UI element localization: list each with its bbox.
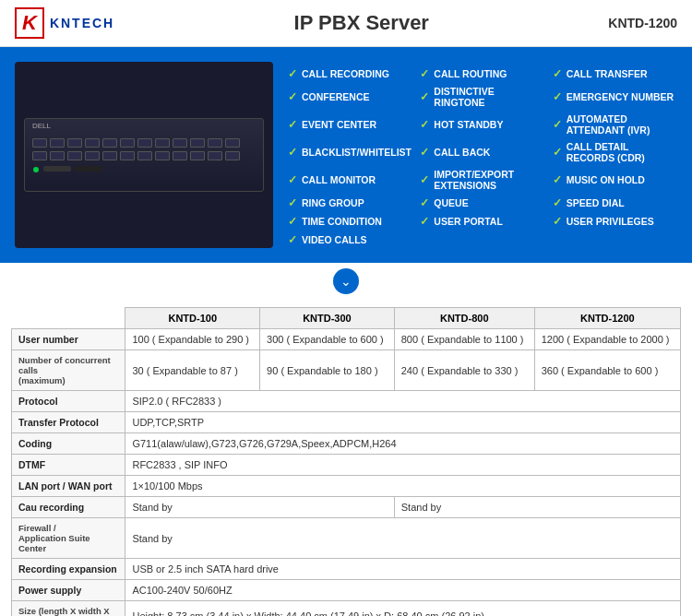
check-icon: ✓ [288, 90, 297, 103]
row-header: Size (length X width X height) [12, 601, 125, 617]
table-row: Number of concurrent calls (maximum)30 (… [12, 350, 681, 391]
table-cell: Stand by [394, 497, 680, 518]
table-row: ProtocolSIP2.0 ( RFC2833 ) [12, 391, 681, 412]
feature-item: ✓CONFERENCE [288, 84, 412, 110]
table-cell-span: SIP2.0 ( RFC2833 ) [125, 391, 681, 412]
feature-label: AUTOMATED ATTENDANT (IVR) [567, 113, 677, 136]
row-header: Recording expansion [12, 559, 125, 580]
table-cell: 90 ( Expandable to 180 ) [260, 350, 395, 391]
row-header: DTMF [12, 455, 125, 476]
feature-item: ✓MUSIC ON HOLD [553, 167, 677, 193]
table-cell: Stand by [125, 497, 394, 518]
check-icon: ✓ [553, 118, 562, 131]
feature-item: ✓CALL BACK [420, 139, 544, 165]
row-header: Number of concurrent calls (maximum) [12, 350, 125, 391]
feature-label: CALL DETAIL RECORDS (CDR) [567, 141, 677, 163]
feature-item: ✓USER PRIVILEGES [553, 213, 677, 230]
row-header: User number [12, 329, 125, 350]
check-icon: ✓ [553, 146, 562, 159]
check-icon: ✓ [288, 196, 297, 209]
table-cell-span: 1×10/100 Mbps [125, 476, 681, 497]
feature-item: ✓CALL TRANSFER [553, 65, 677, 82]
feature-item: ✓AUTOMATED ATTENDANT (IVR) [553, 112, 677, 137]
feature-label: BLACKLIST/WHITELIST [302, 147, 412, 158]
table-col-header: KNTD-1200 [534, 308, 680, 329]
check-icon: ✓ [288, 67, 297, 80]
table-corner [12, 308, 125, 329]
table-cell: 100 ( Expandable to 290 ) [125, 329, 260, 350]
check-icon: ✓ [420, 196, 429, 209]
feature-label: CONFERENCE [302, 91, 370, 102]
feature-item: ✓CALL ROUTING [420, 65, 544, 82]
check-icon: ✓ [420, 215, 429, 228]
feature-label: RING GROUP [302, 197, 364, 208]
feature-item: ✓DISTINCTIVE RINGTONE [420, 84, 544, 110]
feature-item: ✓SPEED DIAL [553, 195, 677, 211]
row-header: Protocol [12, 391, 125, 412]
table-row: Cau recordingStand byStand by [12, 497, 681, 518]
logo: K KNTECH [15, 7, 114, 39]
check-icon: ✓ [420, 118, 429, 131]
row-header: Power supply [12, 580, 125, 601]
feature-label: DISTINCTIVE RINGTONE [434, 86, 544, 108]
table-cell-span: Height: 8.73 cm (3.44 in) x Width: 44.40… [125, 601, 681, 617]
page-title: IP PBX Server [114, 11, 608, 35]
row-header: Cau recording [12, 497, 125, 518]
feature-item: ✓EVENT CENTER [288, 112, 412, 137]
feature-label: VIDEO CALLS [302, 234, 367, 245]
feature-label: EMERGENCY NUMBER [567, 91, 674, 102]
server-graphic: DELL [24, 118, 264, 192]
feature-label: CALL ROUTING [434, 68, 507, 79]
table-row: Transfer ProtocolUDP,TCP,SRTP [12, 412, 681, 433]
feature-item: ✓BLACKLIST/WHITELIST [288, 139, 412, 165]
feature-item: ✓CALL MONITOR [288, 167, 412, 193]
table-cell: 1200 ( Expandable to 2000 ) [534, 329, 680, 350]
feature-item: ✓CALL DETAIL RECORDS (CDR) [553, 139, 677, 165]
table-col-header: KNTD-100 [125, 308, 260, 329]
feature-label: QUEUE [434, 197, 468, 208]
feature-item: ✓HOT STANDBY [420, 112, 544, 137]
feature-label: SPEED DIAL [567, 197, 625, 208]
table-cell: 360 ( Expandable to 600 ) [534, 350, 680, 391]
table-row: Size (length X width X height)Height: 8.… [12, 601, 681, 617]
table-cell-span: AC100-240V 50/60HZ [125, 580, 681, 601]
check-icon: ✓ [420, 67, 429, 80]
table-cell: 300 ( Expandable to 600 ) [260, 329, 395, 350]
table-cell: 30 ( Expandable to 87 ) [125, 350, 260, 391]
check-icon: ✓ [553, 196, 562, 209]
features-list: ✓CALL RECORDING✓CALL ROUTING✓CALL TRANSF… [288, 62, 677, 248]
feature-item: ✓CALL RECORDING [288, 65, 412, 82]
feature-label: HOT STANDBY [434, 119, 503, 130]
table-cell-span: USB or 2.5 inch SATA hard drive [125, 559, 681, 580]
check-icon: ✓ [553, 173, 562, 186]
table-cell: 800 ( Expandable to 1100 ) [394, 329, 534, 350]
feature-label: IMPORT/EXPORT EXTENSIONS [434, 169, 544, 191]
feature-label: EVENT CENTER [302, 119, 376, 130]
table-cell-span: UDP,TCP,SRTP [125, 412, 681, 433]
logo-brand: KNTECH [50, 16, 114, 30]
scroll-down-button[interactable]: ⌄ [333, 268, 359, 294]
model-number: KNTD-1200 [608, 16, 677, 30]
table-row: User number100 ( Expandable to 290 )300 … [12, 329, 681, 350]
feature-item: ✓RING GROUP [288, 195, 412, 211]
table-row: CodingG711(alaw/ulaw),G723,G726,G729A,Sp… [12, 433, 681, 455]
table-col-header: KNTD-800 [394, 308, 534, 329]
feature-label: CALL RECORDING [302, 68, 389, 79]
feature-label: USER PORTAL [434, 216, 502, 227]
row-header: Coding [12, 433, 125, 455]
table-row: LAN port / WAN port1×10/100 Mbps [12, 476, 681, 497]
check-icon: ✓ [420, 146, 429, 159]
check-icon: ✓ [553, 67, 562, 80]
feature-label: CALL TRANSFER [567, 68, 648, 79]
check-icon: ✓ [288, 173, 297, 186]
row-header: Firewall / Application Suite Center [12, 518, 125, 559]
table-cell-span: G711(alaw/ulaw),G723,G726,G729A,Speex,AD… [125, 433, 681, 455]
feature-item: ✓EMERGENCY NUMBER [553, 84, 677, 110]
check-icon: ✓ [553, 90, 562, 103]
feature-item: ✓TIME CONDITION [288, 213, 412, 230]
specs-table: KNTD-100KNTD-300KNTD-800KNTD-1200User nu… [11, 307, 681, 616]
table-col-header: KNTD-300 [260, 308, 395, 329]
check-icon: ✓ [288, 233, 297, 246]
feature-item: ✓USER PORTAL [420, 213, 544, 230]
chevron-row: ⌄ [0, 263, 692, 300]
